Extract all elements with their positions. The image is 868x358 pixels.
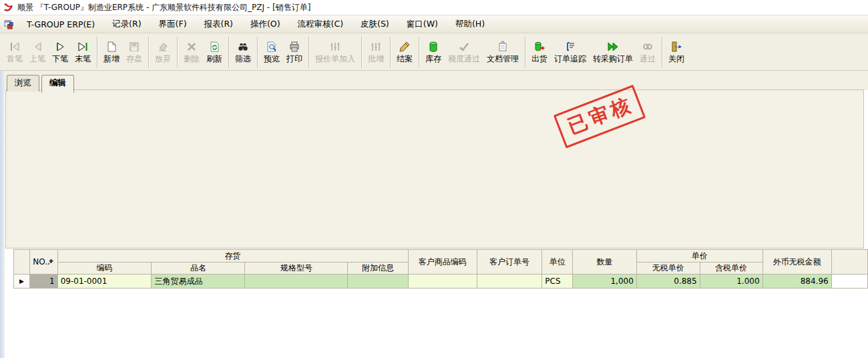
mdi-left-edge xyxy=(0,71,5,358)
grid-fc-amount-header: 外币无税金额 xyxy=(763,250,831,275)
row-price-ex-cell[interactable]: 0.885 xyxy=(636,275,700,289)
menu-tgroup-erp[interactable]: T-GROUP ERP(E) xyxy=(18,16,103,33)
doc-manage-button[interactable]: 文档管理 xyxy=(483,35,522,69)
grid-selector-header xyxy=(14,250,30,275)
delete-x-icon xyxy=(186,41,198,53)
next-record-button[interactable]: 下笔 xyxy=(49,35,71,69)
title-bar: 顺景 『T-GROUP』制造业ERP系统 - 广东顺景软件科技有限公司_PZJ … xyxy=(0,0,868,15)
new-button[interactable]: 新增 xyxy=(100,35,123,69)
row-name-cell[interactable]: 三角贸易成品 xyxy=(152,275,245,289)
window-title: 顺景 『T-GROUP』制造业ERP系统 - 广东顺景软件科技有限公司_PZJ … xyxy=(17,2,310,13)
menu-flow-audit[interactable]: 流程审核(C) xyxy=(289,15,352,33)
menu-window-icon xyxy=(4,19,14,29)
menu-help[interactable]: 帮助(H) xyxy=(447,15,493,33)
toolbar-separator xyxy=(228,37,229,67)
to-purchase-order-button[interactable]: 转采购订单 xyxy=(590,35,636,69)
app-logo-icon xyxy=(3,2,14,13)
pass-button: 通过 xyxy=(636,35,659,69)
refresh-button[interactable]: 刷新 xyxy=(203,35,226,69)
menu-skin[interactable]: 皮肤(S) xyxy=(352,15,398,33)
ship-cylinder-arrow-icon xyxy=(533,41,546,53)
binoculars-icon xyxy=(237,41,249,53)
add-from-quote-button: 报价单加入 xyxy=(312,35,359,69)
track-list-icon xyxy=(564,41,576,53)
grid-code-header: 编码 xyxy=(57,262,152,275)
row-fc-amount-cell[interactable]: 884.96 xyxy=(763,275,831,289)
row-spec-cell[interactable] xyxy=(245,275,348,289)
row-cust-order-no-cell[interactable] xyxy=(477,275,542,289)
menu-interface[interactable]: 界面(F) xyxy=(150,15,196,33)
pin-icon xyxy=(47,258,54,265)
grid-unit-header: 单位 xyxy=(542,250,573,275)
prev-record-button: 上笔 xyxy=(26,35,49,69)
toolbar-separator xyxy=(97,37,97,67)
ship-button[interactable]: 出货 xyxy=(528,35,551,69)
stock-button[interactable]: 库存 xyxy=(422,35,445,69)
grid-price-ex-header: 无税单价 xyxy=(636,262,700,275)
row-extra-info-cell[interactable] xyxy=(348,275,408,289)
row-selector-cell[interactable]: ▶ xyxy=(14,275,30,289)
filter-button[interactable]: 筛选 xyxy=(232,35,254,69)
toolbar-separator xyxy=(257,37,258,67)
view-tabs: 浏览 编辑 xyxy=(7,75,74,92)
grid-extra-info-header: 附加信息 xyxy=(348,262,408,275)
discard-button: 放弃 xyxy=(152,35,174,69)
menu-record[interactable]: 记录(R) xyxy=(103,15,150,33)
grid-extra-col-header xyxy=(831,250,867,275)
row-code-cell[interactable]: 09-01-0001 xyxy=(57,275,152,289)
row-cust-item-code-cell[interactable] xyxy=(408,275,477,289)
pencil-icon xyxy=(399,41,411,53)
toolbar-separator xyxy=(390,37,391,67)
stock-cylinder-icon xyxy=(427,41,439,53)
table-row: ▶ 1 09-01-0001 三角贸易成品 PCS 1,000 0.885 1.… xyxy=(14,275,868,289)
row-unit-cell[interactable]: PCS xyxy=(542,275,573,289)
order-form-panel xyxy=(5,90,864,248)
row-price-inc-cell[interactable]: 1.000 xyxy=(700,275,763,289)
toolbar: 首笔 上笔 下笔 末笔 新增 存盘 放弃 删除 xyxy=(0,33,868,71)
exit-door-icon xyxy=(670,41,682,53)
eraser-icon xyxy=(157,41,169,53)
new-page-icon xyxy=(105,41,118,53)
grid-group-inventory: 存货 xyxy=(57,250,408,262)
grid-group-unit-price: 单价 xyxy=(636,250,763,262)
toolbar-separator xyxy=(148,37,149,67)
nav-prev-icon xyxy=(31,41,43,53)
menu-report[interactable]: 报表(R) xyxy=(196,15,242,33)
menu-operation[interactable]: 操作(O) xyxy=(242,15,289,33)
delete-button: 删除 xyxy=(180,35,203,69)
save-button: 存盘 xyxy=(123,35,146,69)
last-record-button[interactable]: 末笔 xyxy=(71,35,94,69)
grid-cust-order-no-header: 客户订单号 xyxy=(477,250,542,275)
toolbar-separator xyxy=(361,37,362,67)
pass-icon xyxy=(642,41,654,53)
tab-browse[interactable]: 浏览 xyxy=(7,75,39,92)
close-case-button[interactable]: 结案 xyxy=(393,35,416,69)
menu-window[interactable]: 窗口(W) xyxy=(398,15,447,33)
printer-icon xyxy=(288,41,300,53)
paperclip-note-icon xyxy=(497,41,509,53)
floppy-icon xyxy=(128,41,140,53)
batch-add-button: 批增 xyxy=(365,35,387,69)
nav-last-icon xyxy=(77,41,89,53)
sliders-icon xyxy=(329,41,341,53)
order-track-button[interactable]: 订单追踪 xyxy=(551,35,590,69)
sliders-icon xyxy=(370,41,382,53)
toolbar-separator xyxy=(419,37,419,67)
grid-qty-header: 数量 xyxy=(573,250,637,275)
row-qty-cell[interactable]: 1,000 xyxy=(573,275,637,289)
grid-price-inc-header: 含税单价 xyxy=(700,262,763,275)
toolbar-separator xyxy=(525,37,525,67)
tab-edit[interactable]: 编辑 xyxy=(41,75,74,93)
toolbar-separator xyxy=(662,37,662,67)
double-arrow-icon xyxy=(607,41,619,53)
refresh-icon xyxy=(208,41,220,53)
preview-button[interactable]: 预览 xyxy=(260,35,283,69)
close-button[interactable]: 关闭 xyxy=(665,35,688,69)
erp-window: 顺景 『T-GROUP』制造业ERP系统 - 广东顺景软件科技有限公司_PZJ … xyxy=(0,0,868,358)
print-button[interactable]: 打印 xyxy=(283,35,306,69)
nav-first-icon xyxy=(9,41,21,53)
grid-no-header: NO. xyxy=(29,250,57,275)
row-no-cell[interactable]: 1 xyxy=(29,275,57,289)
menu-bar: T-GROUP ERP(E) 记录(R) 界面(F) 报表(R) 操作(O) 流… xyxy=(0,15,868,33)
toolbar-separator xyxy=(308,37,309,67)
